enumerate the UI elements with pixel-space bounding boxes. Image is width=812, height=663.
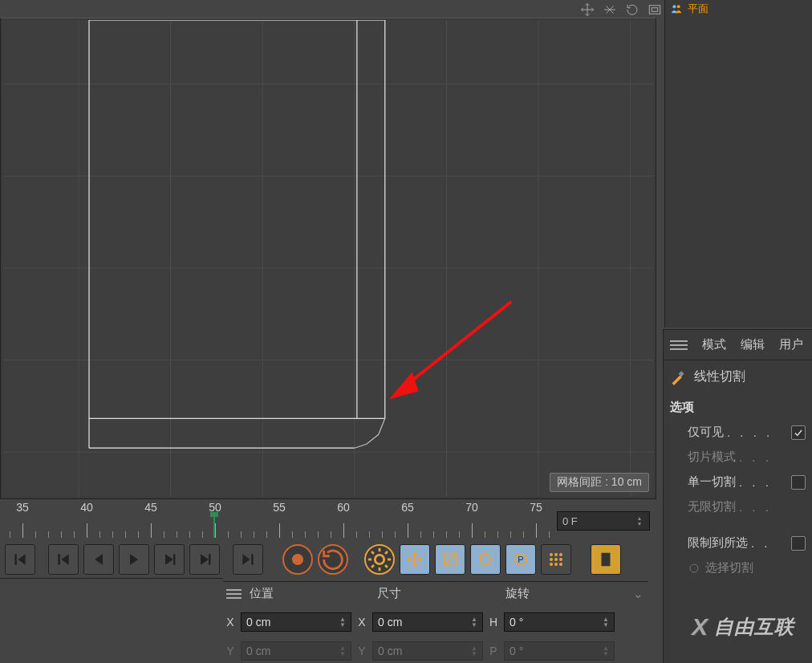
goto-start-button[interactable] — [5, 544, 35, 575]
autokey-button[interactable] — [318, 544, 348, 575]
zoom-icon[interactable] — [602, 2, 618, 18]
viewport[interactable]: 网格间距 : 10 cm — [0, 18, 656, 499]
svg-marker-26 — [165, 554, 173, 564]
scale-toggle[interactable] — [435, 544, 465, 575]
svg-point-53 — [559, 563, 562, 566]
knife-icon — [670, 369, 686, 385]
watermark: X自由互联 — [692, 613, 794, 641]
record-key-button[interactable] — [282, 544, 313, 575]
next-frame-button[interactable] — [154, 544, 185, 575]
svg-rect-20 — [14, 554, 17, 564]
svg-point-49 — [554, 558, 558, 561]
svg-line-18 — [403, 302, 512, 388]
ruler-tick: 60 — [337, 501, 350, 514]
timeline-cursor[interactable] — [213, 517, 215, 538]
rotation-p-field[interactable]: 0 °▲▼ — [504, 641, 615, 661]
svg-point-45 — [550, 553, 553, 556]
ruler-tick: 70 — [465, 501, 478, 514]
hamburger-icon[interactable] — [226, 589, 242, 599]
axis-label: X — [355, 616, 369, 628]
svg-rect-60 — [611, 558, 612, 559]
svg-rect-59 — [611, 555, 612, 556]
svg-rect-64 — [679, 371, 684, 376]
svg-rect-22 — [58, 554, 60, 564]
svg-rect-29 — [209, 554, 211, 564]
size-y-field[interactable]: 0 cm▲▼ — [372, 641, 483, 661]
tool-name: 线性切割 — [694, 368, 745, 385]
axis-label: X — [223, 616, 238, 628]
parameter-toggle[interactable]: P — [505, 544, 536, 575]
axis-label: Y — [223, 645, 238, 657]
svg-marker-28 — [201, 554, 209, 564]
next-key-button[interactable] — [189, 544, 220, 575]
position-y-field[interactable]: 0 cm▲▼ — [241, 641, 351, 661]
tab-edit[interactable]: 编辑 — [741, 337, 765, 352]
checkbox[interactable] — [791, 536, 806, 551]
object-label[interactable]: 平面 — [688, 2, 708, 16]
svg-rect-58 — [599, 562, 601, 563]
key-selection-button[interactable] — [541, 544, 571, 575]
frame-icon[interactable] — [647, 2, 663, 18]
checkbox[interactable] — [791, 425, 806, 440]
size-x-field[interactable]: 0 cm▲▼ — [372, 612, 483, 632]
key-options-button[interactable] — [364, 544, 395, 575]
option-slice-mode: 切片模式 . . . — [664, 445, 812, 470]
option-infinite-cut: 无限切割 . . . — [664, 494, 812, 519]
rotate-icon[interactable] — [624, 2, 640, 18]
svg-marker-19 — [389, 372, 419, 400]
svg-marker-30 — [242, 554, 250, 564]
rotation-header: 旋转 — [505, 586, 625, 601]
svg-point-32 — [292, 554, 303, 565]
make-preview-button[interactable] — [591, 544, 621, 575]
ruler-tick: 35 — [16, 501, 29, 514]
goto-end-button[interactable] — [233, 544, 263, 575]
tab-user[interactable]: 用户 — [779, 337, 803, 352]
prev-frame-button[interactable] — [83, 544, 114, 575]
option-limit-to-selection[interactable]: 限制到所选 . . — [664, 531, 812, 555]
svg-rect-31 — [251, 554, 254, 564]
timeline-ruler[interactable]: 354045505560657075 — [0, 501, 652, 541]
svg-marker-23 — [62, 554, 69, 564]
svg-rect-57 — [599, 558, 601, 559]
radio-icon — [688, 562, 700, 575]
axis-label: P — [486, 645, 501, 657]
option-visible-only[interactable]: 仅可见 . . . . — [664, 420, 812, 445]
svg-rect-14 — [89, 20, 385, 418]
svg-point-63 — [677, 5, 680, 8]
svg-rect-0 — [649, 6, 660, 14]
svg-line-41 — [385, 551, 388, 554]
current-frame-field[interactable]: 0 F ▲▼ — [557, 511, 650, 531]
svg-text:P: P — [518, 555, 523, 564]
prev-key-button[interactable] — [48, 544, 79, 575]
current-frame-value: 0 F — [562, 515, 578, 527]
size-header: 尺寸 — [377, 586, 497, 601]
move-icon[interactable] — [579, 2, 595, 18]
option-single-cut[interactable]: 单一切割 . . . — [664, 470, 812, 494]
hamburger-icon[interactable] — [670, 340, 688, 350]
svg-point-33 — [375, 555, 384, 563]
checkbox[interactable] — [791, 475, 806, 490]
rotation-toggle[interactable] — [470, 544, 501, 575]
svg-line-40 — [371, 565, 374, 567]
svg-marker-21 — [18, 554, 26, 564]
svg-marker-25 — [130, 554, 138, 564]
ruler-tick: 75 — [530, 501, 542, 514]
tab-mode[interactable]: 模式 — [702, 337, 726, 352]
chevron-down-icon[interactable]: ⌄ — [633, 587, 644, 601]
svg-point-46 — [554, 553, 558, 556]
grid-spacing-label: 网格间距 : 10 cm — [550, 473, 649, 492]
option-select-cut[interactable]: 选择切割 — [664, 555, 812, 580]
ruler-tick: 45 — [144, 501, 157, 514]
rotation-h-field[interactable]: 0 °▲▼ — [504, 612, 615, 632]
position-x-field[interactable]: 0 cm▲▼ — [241, 612, 351, 632]
svg-marker-24 — [95, 554, 103, 564]
svg-line-39 — [385, 565, 388, 567]
svg-rect-55 — [602, 553, 611, 567]
svg-rect-61 — [611, 562, 612, 563]
object-manager-panel: 平面 — [664, 0, 812, 327]
ruler-tick: 65 — [401, 501, 414, 514]
position-toggle[interactable] — [400, 544, 430, 575]
svg-point-65 — [690, 564, 698, 572]
coordinates-panel: 位置 尺寸 旋转 ⌄ X 0 cm▲▼ X 0 cm▲▼ H 0 °▲▼ Y 0… — [223, 581, 648, 663]
play-button[interactable] — [119, 544, 149, 575]
